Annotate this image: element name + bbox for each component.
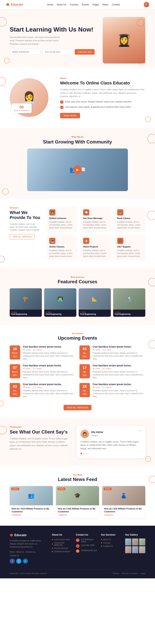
dot-1[interactable] xyxy=(80,453,82,454)
footer-nav-about[interactable]: About us xyxy=(16,551,24,553)
nav-contact[interactable]: Contact xyxy=(112,3,120,6)
courses-heading: Featured Courses xyxy=(10,279,145,284)
footer-service-item-2: Courses xyxy=(101,542,121,544)
event-item-1: 18 March, 2021 Cras faucibus ornare ipsu… xyxy=(10,346,76,360)
gallery-thumb-3 xyxy=(139,538,145,546)
about-check-text-1: Etiam quis tortor ipsum. Aliquam blandit… xyxy=(65,100,132,104)
nav-news[interactable]: News xyxy=(102,3,108,6)
event-date-1: 18 March, 2021 xyxy=(10,346,20,360)
event-info-2: Cras faucibus ornare ipsum luctus. 📍 Onl… xyxy=(92,346,145,360)
services-section: Services What We Provide To You Curabitu… xyxy=(0,199,155,268)
nav-events[interactable]: Events xyxy=(82,3,89,6)
social-icons: f t in xyxy=(10,558,42,564)
course-card-1[interactable]: 🏗️ 3 Years Civil Engineering xyxy=(10,288,42,317)
service-desc-5: Curabitur tristique, sem in orci faucibu… xyxy=(83,249,108,258)
footer-nav-courses[interactable]: Courses us xyxy=(26,551,36,553)
footer-terms-link[interactable]: Terms & Conditions xyxy=(122,572,138,574)
linkedin-icon[interactable]: in xyxy=(23,558,28,564)
hero-image-area: 👩‍🎓 xyxy=(94,17,145,64)
about-check-text-2: Cras aliquam varius ligula, at blandit p… xyxy=(65,105,131,109)
about-read-more-button[interactable]: READ MORE xyxy=(60,113,80,118)
dot-2[interactable] xyxy=(83,453,85,454)
blog-content-3: How do I Sell Affiliate Products to My C… xyxy=(102,505,145,518)
event-month-3: March, 2021 xyxy=(12,371,18,376)
footer-about-text: Ut porttitor at augue et, mattis ipsum. … xyxy=(10,539,42,548)
course-card-4[interactable]: 🔬 3 Years Civil Engineering xyxy=(113,288,145,317)
footer-service-item-3: Contact Us xyxy=(101,545,121,547)
event-meta-time-3: 🕐 2 Online xyxy=(32,368,42,370)
hero-subscribe-button[interactable]: Subscribe Now xyxy=(75,49,94,54)
event-month-5: Jun, 2021 xyxy=(13,390,17,395)
blog-content-2: How do I Sell Affiliate Products to My C… xyxy=(56,505,99,518)
blog-img-3: 👗 8 Mins xyxy=(102,486,145,505)
service-title-4: Online Classes xyxy=(49,246,74,248)
footer-legal-link[interactable]: Legal xyxy=(141,572,145,574)
nav-search-button[interactable]: 🔍 xyxy=(144,2,149,7)
services-left: Services What We Provide To You Curabitu… xyxy=(10,206,41,260)
course-info-1: 3 Years Civil Engineering xyxy=(10,310,42,317)
nav-courses[interactable]: Courses xyxy=(70,3,78,6)
event-deco-1 xyxy=(148,340,155,349)
footer-privacy-link[interactable]: Privacy xyxy=(113,572,119,574)
service-title-1: Skilled Lecturers xyxy=(49,217,74,220)
blog-card-1[interactable]: 👥 8 Mins How do I Sell Affiliate Product… xyxy=(10,486,53,518)
event-month-4: Jan, 2021 xyxy=(82,371,87,376)
hero-email-input[interactable] xyxy=(10,49,41,55)
service-icon-6: 🎧 xyxy=(117,238,124,244)
course-card-3[interactable]: 📐 2 Years Civil Engineering xyxy=(79,288,111,317)
hero-name-input[interactable] xyxy=(42,49,73,55)
about-check-1: ✓ Etiam quis tortor ipsum. Aliquam bland… xyxy=(60,100,145,104)
course-duration-2: 3 Years xyxy=(46,311,75,313)
service-card-4: 💻 Online Classes Curabitur tristique, se… xyxy=(46,235,77,260)
event-meta-time-4: 🕐 2 Online xyxy=(102,368,112,370)
event-meta-time-5: 🕐 2 Online xyxy=(32,386,42,388)
footer-col-about: About Us Lorem ipsum dolor Consectetur a… xyxy=(48,534,72,564)
srv-deco-1 xyxy=(147,210,155,220)
event-date-6: 28 Apr, 2021 xyxy=(80,383,90,397)
address-icon: 📍 xyxy=(76,538,80,542)
events-view-all-button[interactable]: VIEW ALL SERVICES xyxy=(64,405,92,410)
logo-icon xyxy=(6,3,10,6)
footer-contact-heading: Contact Us xyxy=(76,534,97,536)
course-duration-4: 3 Years xyxy=(115,311,144,313)
events-tag: Our Events xyxy=(10,332,145,334)
event-meta-loc-4: 📍 Online xyxy=(92,368,100,370)
footer-col-contact: Contact Us 📍 123 Wellington Street 📞 (12… xyxy=(72,534,97,564)
event-meta-4: 📍 Online 🕐 2 Online xyxy=(92,368,145,370)
facebook-icon[interactable]: f xyxy=(10,558,15,564)
event-meta-2: 📍 Online 🕐 2 Online xyxy=(92,349,145,351)
contact-phone-text: (123) 456-7890 xyxy=(81,544,94,546)
testimonial-card: " 👩 Elly Akhtar Student Curabitur tristi… xyxy=(76,426,145,458)
footer-nav-home[interactable]: Home xyxy=(10,551,15,553)
footer-services-heading: Our Services xyxy=(101,534,121,536)
hero-content: Start Learning With Us Now! Duis facilis… xyxy=(10,26,94,54)
event-day-2: 03 xyxy=(82,347,88,351)
footer-gallery-heading: Our Gallery xyxy=(125,534,145,536)
course-card-2[interactable]: 👨‍💻 3 Years Civil Engineering xyxy=(44,288,76,317)
service-desc-2: Curabitur tristique, sem in orci faucibu… xyxy=(83,220,108,229)
play-button[interactable]: ▶ xyxy=(73,166,82,174)
nav-pages[interactable]: Pages xyxy=(92,3,99,6)
events-heading: Upcoming Events xyxy=(10,335,145,341)
nav-home[interactable]: Home xyxy=(47,3,53,6)
event-meta-loc-1: 📍 Online xyxy=(23,349,30,351)
footer-nav-contact[interactable]: Contact us xyxy=(10,554,19,557)
course-info-3: 2 Years Civil Engineering xyxy=(79,310,111,317)
nav-about[interactable]: About Us xyxy=(57,3,66,6)
footer-logo: Educato xyxy=(10,534,42,537)
event-desc-5: Phasellus facilisis lorem luctus. Nullam… xyxy=(23,389,76,398)
dot-3[interactable] xyxy=(86,453,88,454)
twitter-icon[interactable]: t xyxy=(16,558,21,564)
event-date-5: 03 Jun, 2021 xyxy=(10,383,20,397)
nav-logo[interactable]: Educato xyxy=(6,3,23,6)
blog-card-3[interactable]: 👗 8 Mins How do I Sell Affiliate Product… xyxy=(102,486,145,518)
blog-card-2[interactable]: 🎓 8 Mins How do I Sell Affiliate Product… xyxy=(56,486,99,518)
about-badge-number: 50 xyxy=(14,105,29,110)
footer-about-item-1: Lorem ipsum dolor xyxy=(52,538,72,540)
services-grid: 👨‍🏫 Skilled Lecturers Curabitur tristiqu… xyxy=(46,206,145,260)
services-view-all-button[interactable]: VIEW ALL SERVICES xyxy=(10,234,34,239)
about-image-wrap: 👩‍💼 50 Years of experience xyxy=(10,78,52,117)
course-duration-3: 2 Years xyxy=(80,311,109,313)
event-date-4: 17 Jan, 2021 xyxy=(80,364,90,378)
event-desc-3: Phasellus facilisis lorem luctus. Nullam… xyxy=(23,370,76,379)
